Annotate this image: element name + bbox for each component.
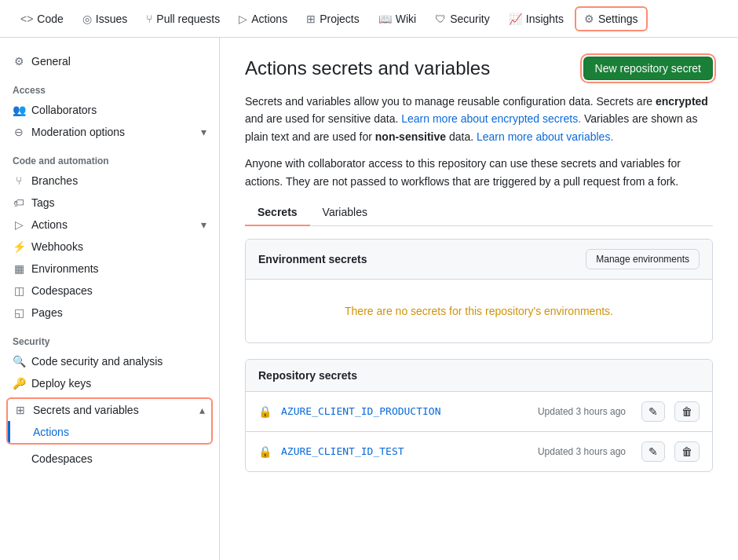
sidebar-item-tags[interactable]: 🏷 Tags [0, 192, 219, 214]
tabs: Secrets Variables [245, 199, 713, 226]
sidebar-item-moderation[interactable]: ⊖ Moderation options ▾ [0, 121, 219, 143]
collaborators-icon: 👥 [13, 104, 25, 116]
nav-code[interactable]: <> Code [13, 8, 71, 30]
nav-projects[interactable]: ⊞ Projects [298, 8, 367, 30]
security-icon: 🛡 [435, 13, 446, 25]
sidebar-item-actions-sub[interactable]: Actions [8, 421, 211, 443]
nav-wiki[interactable]: 📖 Wiki [371, 8, 424, 30]
manage-environments-button[interactable]: Manage environments [586, 249, 700, 269]
sidebar-item-branches[interactable]: ⑂ Branches [0, 170, 219, 192]
sidebar-item-environments[interactable]: ▦ Environments [0, 258, 219, 280]
codespaces-icon: ◫ [13, 284, 25, 297]
secret-updated-2: Updated 3 hours ago [538, 446, 626, 457]
pages-icon: ◱ [13, 306, 25, 319]
repository-secrets-title: Repository secrets [258, 369, 357, 382]
branches-icon: ⑂ [13, 174, 25, 187]
table-row: 🔒 AZURE_CLIENT_ID_TEST Updated 3 hours a… [246, 432, 712, 471]
delete-secret-1-button[interactable]: 🗑 [674, 401, 700, 422]
sidebar-item-codespaces-sub[interactable]: Codespaces [0, 448, 219, 470]
environment-secrets-empty: There are no secrets for this repository… [246, 280, 712, 342]
description-2: Anyone with collaborator access to this … [245, 155, 713, 190]
general-icon: ⚙ [13, 55, 25, 68]
wiki-icon: 📖 [378, 13, 392, 25]
secret-name-2: AZURE_CLIENT_ID_TEST [281, 445, 528, 457]
repository-secrets-header: Repository secrets [246, 360, 712, 392]
page-header: Actions secrets and variables New reposi… [245, 57, 713, 80]
repository-secrets-card: Repository secrets 🔒 AZURE_CLIENT_ID_PRO… [245, 359, 713, 472]
sidebar-item-webhooks[interactable]: ⚡ Webhooks [0, 236, 219, 258]
moderation-icon: ⊖ [13, 126, 25, 138]
environment-secrets-title: Environment secrets [258, 253, 367, 265]
access-section-label: Access [0, 72, 219, 99]
page-title: Actions secrets and variables [245, 57, 490, 79]
deploy-keys-icon: 🔑 [13, 377, 25, 390]
environment-secrets-body: There are no secrets for this repository… [246, 280, 712, 342]
environment-secrets-header: Environment secrets Manage environments [246, 240, 712, 280]
sidebar-item-deploy-keys[interactable]: 🔑 Deploy keys [0, 372, 219, 394]
actions-icon: ▷ [239, 13, 247, 25]
top-nav: <> Code ◎ Issues ⑂ Pull requests ▷ Actio… [0, 0, 738, 38]
secret-name-1: AZURE_CLIENT_ID_PRODUCTION [281, 405, 528, 417]
edit-secret-2-button[interactable]: ✎ [641, 441, 665, 462]
sidebar-item-collaborators[interactable]: 👥 Collaborators [0, 99, 219, 121]
sidebar-item-code-security[interactable]: 🔍 Code security and analysis [0, 350, 219, 372]
projects-icon: ⊞ [306, 13, 316, 25]
description-1: Secrets and variables allow you to manag… [245, 93, 713, 145]
table-row: 🔒 AZURE_CLIENT_ID_PRODUCTION Updated 3 h… [246, 392, 712, 432]
repository-secrets-body: 🔒 AZURE_CLIENT_ID_PRODUCTION Updated 3 h… [246, 392, 712, 471]
nav-pullrequests[interactable]: ⑂ Pull requests [138, 8, 228, 30]
tab-variables[interactable]: Variables [310, 199, 380, 226]
layout: ⚙ General Access 👥 Collaborators ⊖ Moder… [0, 38, 738, 560]
new-repository-secret-button[interactable]: New repository secret [583, 57, 713, 80]
learn-secrets-link[interactable]: Learn more about encrypted secrets. [401, 112, 581, 125]
sidebar-item-secrets-vars[interactable]: ⊞ Secrets and variables ▴ [8, 399, 211, 421]
tags-icon: 🏷 [13, 196, 25, 209]
lock-icon-2: 🔒 [258, 445, 272, 458]
settings-icon: ⚙ [584, 13, 594, 25]
nav-issues[interactable]: ◎ Issues [75, 8, 135, 30]
secret-updated-1: Updated 3 hours ago [538, 406, 626, 417]
nav-security[interactable]: 🛡 Security [427, 8, 498, 30]
sidebar-item-codespaces[interactable]: ◫ Codespaces [0, 280, 219, 302]
secrets-icon: ⊞ [14, 404, 27, 416]
secrets-chevron: ▴ [199, 404, 205, 416]
nav-actions[interactable]: ▷ Actions [231, 8, 295, 30]
sidebar-item-general[interactable]: ⚙ General [0, 50, 219, 72]
sidebar-item-actions-sub-container: Actions [8, 421, 211, 443]
main-content: Actions secrets and variables New reposi… [220, 38, 738, 560]
delete-secret-2-button[interactable]: 🗑 [674, 441, 700, 462]
actions-sidebar-icon: ▷ [13, 218, 25, 231]
moderation-chevron: ▾ [201, 126, 206, 138]
pr-icon: ⑂ [146, 13, 152, 25]
code-security-icon: 🔍 [13, 355, 25, 368]
webhooks-icon: ⚡ [13, 240, 25, 253]
sidebar-item-pages[interactable]: ◱ Pages [0, 302, 219, 324]
sidebar: ⚙ General Access 👥 Collaborators ⊖ Moder… [0, 38, 220, 560]
issues-icon: ◎ [82, 13, 92, 25]
environment-secrets-card: Environment secrets Manage environments … [245, 239, 713, 343]
code-automation-label: Code and automation [0, 143, 219, 170]
edit-secret-1-button[interactable]: ✎ [641, 401, 665, 422]
tab-secrets[interactable]: Secrets [245, 199, 310, 226]
environments-icon: ▦ [13, 262, 25, 275]
nav-insights[interactable]: 📈 Insights [501, 8, 572, 30]
lock-icon-1: 🔒 [258, 405, 272, 418]
sidebar-item-actions[interactable]: ▷ Actions ▾ [0, 214, 219, 236]
nav-settings[interactable]: ⚙ Settings [575, 6, 648, 31]
code-icon: <> [20, 13, 33, 25]
learn-vars-link[interactable]: Learn more about variables. [477, 130, 613, 143]
insights-icon: 📈 [509, 13, 522, 25]
security-section-label: Security [0, 324, 219, 350]
actions-chevron: ▾ [201, 218, 206, 231]
